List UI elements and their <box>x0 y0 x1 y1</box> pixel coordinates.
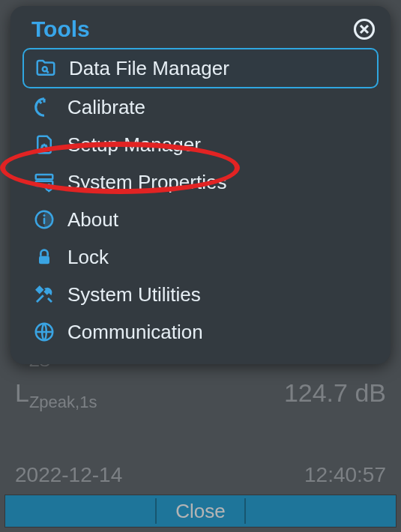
close-icon[interactable] <box>353 18 376 40</box>
svg-rect-3 <box>36 175 53 179</box>
svg-point-5 <box>46 185 52 191</box>
folder-search-icon <box>33 55 58 81</box>
info-icon <box>31 207 57 232</box>
menu-item-label: Data File Manager <box>69 57 368 80</box>
menu-item-label: About <box>67 208 370 232</box>
svg-point-2 <box>42 145 46 150</box>
menu-item-label: Communication <box>67 321 370 344</box>
menu-item-calibrate[interactable]: Calibrate <box>22 88 379 126</box>
svg-rect-9 <box>39 256 49 265</box>
menu-item-label: System Utilities <box>67 283 370 306</box>
tools-menu: Data File Manager Calibrate Setup Manage… <box>18 48 383 351</box>
menu-item-label: System Properties <box>67 171 370 194</box>
calibrate-icon <box>31 94 57 120</box>
popup-header: Tools <box>18 16 383 48</box>
svg-rect-7 <box>43 218 46 225</box>
lock-icon <box>31 244 57 270</box>
tools-icon <box>31 282 57 307</box>
menu-item-lock[interactable]: Lock <box>22 238 379 276</box>
menu-item-system-utilities[interactable]: System Utilities <box>22 276 379 313</box>
globe-icon <box>31 319 57 345</box>
server-gear-icon <box>31 169 57 195</box>
popup-title: Tools <box>31 16 90 42</box>
menu-item-data-file-manager[interactable]: Data File Manager <box>22 48 379 88</box>
menu-item-label: Setup Manager <box>67 133 370 157</box>
tools-popup: Tools Data File Manager <box>10 6 391 364</box>
menu-item-setup-manager[interactable]: Setup Manager <box>22 126 379 163</box>
svg-point-8 <box>43 214 46 217</box>
menu-item-system-properties[interactable]: System Properties <box>22 163 379 201</box>
svg-point-1 <box>43 67 47 71</box>
menu-item-label: Calibrate <box>67 96 370 119</box>
document-gear-icon <box>31 132 57 157</box>
menu-item-about[interactable]: About <box>22 201 379 238</box>
menu-item-communication[interactable]: Communication <box>22 313 379 351</box>
menu-item-label: Lock <box>67 246 370 269</box>
